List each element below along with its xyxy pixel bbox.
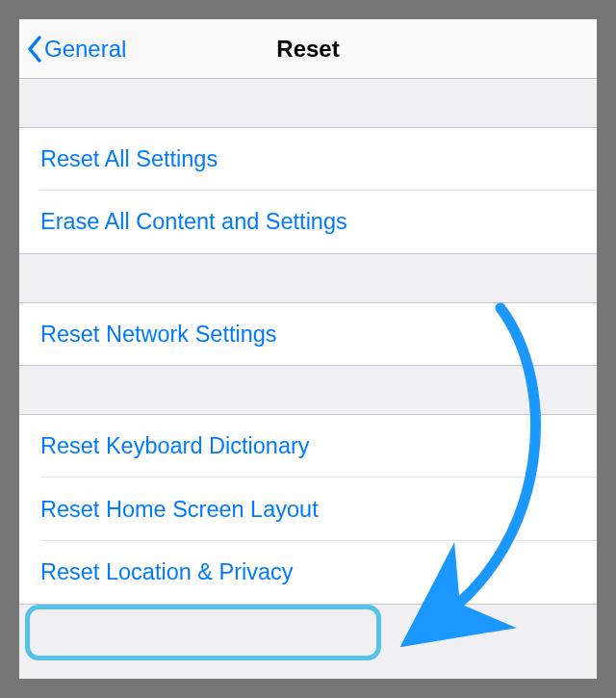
cell-label: Reset Network Settings [40, 322, 277, 348]
section-gap [19, 366, 597, 414]
cell-reset-location-privacy[interactable]: Reset Location & Privacy [19, 541, 597, 605]
section-gap [19, 79, 597, 127]
highlight-annotation [25, 605, 381, 660]
cell-label: Erase All Content and Settings [40, 209, 347, 235]
section-gap [19, 254, 597, 302]
cell-reset-all-settings[interactable]: Reset All Settings [19, 127, 597, 191]
cell-label: Reset All Settings [40, 146, 218, 172]
back-label: General [44, 36, 126, 63]
chevron-left-icon [27, 36, 42, 63]
cell-reset-home-screen-layout[interactable]: Reset Home Screen Layout [19, 478, 597, 541]
back-button[interactable]: General [19, 36, 126, 63]
cell-label: Reset Home Screen Layout [40, 497, 319, 523]
settings-screen: General Reset Reset All Settings Erase A… [19, 19, 597, 679]
navigation-bar: General Reset [19, 19, 597, 79]
cell-erase-all-content[interactable]: Erase All Content and Settings [19, 191, 597, 254]
cell-label: Reset Keyboard Dictionary [40, 433, 310, 459]
cell-label: Reset Location & Privacy [40, 559, 294, 585]
cell-reset-network-settings[interactable]: Reset Network Settings [19, 302, 597, 366]
cell-reset-keyboard-dictionary[interactable]: Reset Keyboard Dictionary [19, 414, 597, 478]
